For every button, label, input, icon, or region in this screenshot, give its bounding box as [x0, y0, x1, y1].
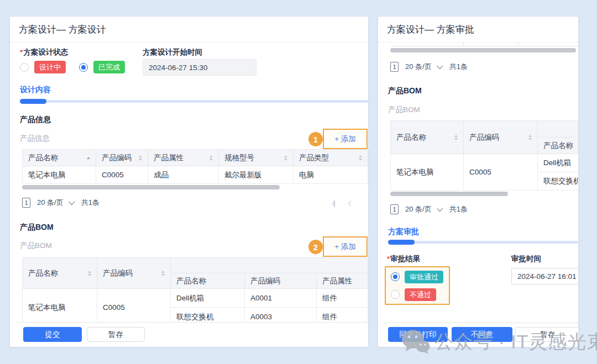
chevron-down-icon[interactable] [437, 63, 443, 69]
status-badge-designing[interactable]: 设计中 [34, 61, 66, 73]
bom-col-product-code[interactable]: 产品编码 [464, 121, 538, 154]
bom-cell-child-attr: 组件 [317, 289, 368, 308]
h-scrollbar-thumb[interactable] [22, 185, 280, 189]
cell-product-name: 笔记本电脑 [23, 166, 96, 184]
product-info-sublabel: 产品信息 [20, 134, 50, 144]
product-bom-table: 产品名称 产品编码 产品名称 产品编码 产品属性 笔记本电脑 C0005 Del… [22, 257, 368, 321]
draft-button[interactable]: 暂存 [87, 327, 145, 342]
col-header-product-attr[interactable]: 产品属性 [148, 150, 219, 166]
required-mark: * [387, 255, 390, 263]
per-page-select[interactable]: 20 条/页 [405, 204, 432, 214]
status-radio-group: 设计中 已完成 [20, 61, 125, 73]
approval-result-label: *审批结果 [387, 254, 420, 264]
pagination: 1 20 条/页 共1条 [22, 198, 100, 208]
chevron-down-icon[interactable] [69, 199, 75, 205]
col-header-product-name[interactable]: 产品名称 [23, 150, 96, 166]
tab-active-indicator [388, 240, 415, 245]
bom-nested-col-product-attr: 产品属性 [317, 273, 368, 289]
submit-button[interactable]: 提交 [23, 327, 82, 342]
add-product-button[interactable]: + 添加 [323, 129, 368, 149]
approval-result-label-text: 审批结果 [390, 255, 420, 263]
page-indicator: 1 [22, 198, 30, 208]
bom-nested-header-spacer [171, 258, 368, 273]
bom-col-product-name[interactable]: 产品名称 [391, 121, 464, 154]
radio-option-approve: 审批通过 [391, 271, 444, 283]
product-info-heading: 产品信息 [20, 115, 51, 125]
tab-approval[interactable]: 方案审批 [388, 227, 419, 237]
per-page-select[interactable]: 20 条/页 [405, 62, 432, 72]
bom-cell-child-code: A0003 [245, 308, 317, 322]
approval-panel-title: 方案设计— 方案审批 [378, 17, 578, 43]
sort-icon [139, 155, 142, 161]
truncated-table-edge [390, 43, 578, 46]
col-header-spec-model[interactable]: 规格型号 [219, 150, 294, 166]
page-indicator: 1 [390, 62, 399, 72]
cutoff-divider [17, 322, 368, 323]
h-scrollbar-thumb[interactable] [390, 192, 508, 196]
annotation-badge-2: 2 [308, 240, 323, 254]
bom-nested-col-product-code: 产品编码 [245, 273, 317, 289]
status-badge-completed[interactable]: 已完成 [93, 61, 125, 73]
bom-cell-child-attr: 组件 [317, 308, 368, 322]
bom-col-product-name[interactable]: 产品名称 [23, 258, 97, 289]
bom-nested-header-spacer [538, 121, 579, 138]
radio-rejected[interactable] [391, 290, 400, 299]
pagination: 1 20 条/页 共1条 [390, 204, 468, 214]
approval-result-radio-group: 审批通过 不通过 [385, 266, 450, 305]
sort-asc-icon [87, 157, 90, 159]
radio-approved[interactable] [391, 272, 400, 281]
bom-col-product-code[interactable]: 产品编码 [97, 258, 171, 289]
prev-page-icon[interactable] [349, 202, 353, 205]
per-page-select[interactable]: 20 条/页 [37, 198, 64, 208]
total-count: 共1条 [449, 62, 468, 72]
required-mark: * [20, 48, 23, 56]
bom-nested-col-product-name: 产品名称 [171, 273, 245, 289]
bom-heading: 产品BOM [388, 86, 422, 96]
pagination: 1 20 条/页 共1条 [390, 62, 468, 72]
sort-icon [210, 155, 213, 161]
approval-badge-pass[interactable]: 审批通过 [405, 271, 443, 283]
pagination-nav [334, 201, 353, 207]
bom-cell-parent-name: 笔记本电脑 [391, 154, 464, 191]
tab-design-content[interactable]: 设计内容 [20, 85, 51, 95]
bom-cell-child-name: 联想交换机 [538, 172, 579, 191]
product-bom-sublabel: 产品BOM [20, 241, 52, 251]
bom-cell-child-name: Dell机箱 [171, 289, 245, 308]
h-scrollbar-thumb[interactable] [390, 48, 576, 52]
cell-product-attr: 成品 [148, 166, 219, 184]
add-bom-button[interactable]: + 添加 [323, 236, 368, 257]
product-bom-heading: 产品BOM [20, 223, 54, 233]
first-page-icon[interactable] [334, 201, 337, 207]
approval-badge-fail[interactable]: 不通过 [405, 288, 436, 301]
draft-button[interactable]: 暂存 [515, 327, 578, 342]
approval-time-label: 审批时间 [511, 254, 541, 264]
sort-icon [88, 271, 91, 276]
bom-cell-child-name: Dell机箱 [538, 154, 579, 172]
col-header-product-code[interactable]: 产品编码 [96, 150, 148, 166]
disagree-button[interactable]: 不同意 [452, 327, 512, 342]
tab-track [388, 241, 578, 244]
chevron-down-icon[interactable] [437, 205, 443, 212]
start-time-input[interactable]: 2024-06-27 15:30 [143, 59, 256, 76]
cutoff-divider [384, 323, 578, 323]
col-header-product-type[interactable]: 产品类型 [294, 150, 368, 166]
tab-track [20, 100, 368, 103]
cell-product-code: C0005 [96, 166, 148, 184]
total-count: 共1条 [81, 198, 100, 208]
status-field-label-text: 方案设计状态 [23, 48, 68, 56]
bom-cell-parent-code: C0005 [97, 289, 171, 322]
sort-icon [359, 155, 362, 161]
bom-nested-col-product-name: 产品名称 [538, 138, 579, 154]
agree-print-button[interactable]: 同意并打印 [388, 327, 448, 342]
add-bom-button-label: + 添加 [334, 242, 356, 252]
table-row: 笔记本电脑 C0005 Dell机箱 A0001 组件 [23, 289, 368, 308]
start-time-label: 方案设计开始时间 [143, 48, 202, 57]
page-indicator: 1 [390, 204, 399, 214]
radio-designing[interactable] [20, 63, 29, 72]
cell-spec-model: 戴尔最新版 [219, 166, 294, 184]
sort-icon [528, 135, 532, 140]
approval-time-input[interactable]: 2024-06-27 16:01 [511, 268, 578, 284]
radio-completed[interactable] [79, 63, 88, 72]
bom-cell-child-code: A0001 [245, 289, 317, 308]
status-field-label: *方案设计状态 [20, 48, 68, 57]
